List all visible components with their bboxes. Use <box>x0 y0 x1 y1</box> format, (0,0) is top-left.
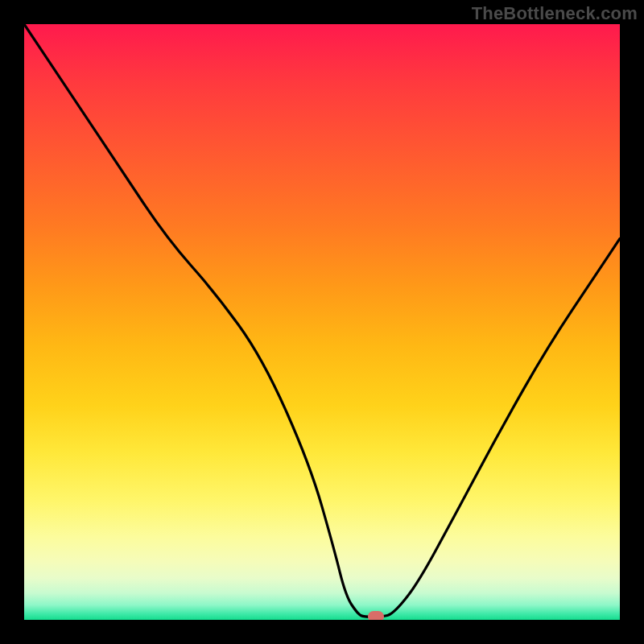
line-curve <box>24 24 620 620</box>
chart-frame: TheBottleneck.com <box>0 0 644 644</box>
minimum-marker <box>368 611 384 620</box>
plot-area <box>24 24 620 620</box>
watermark-text: TheBottleneck.com <box>472 3 638 24</box>
